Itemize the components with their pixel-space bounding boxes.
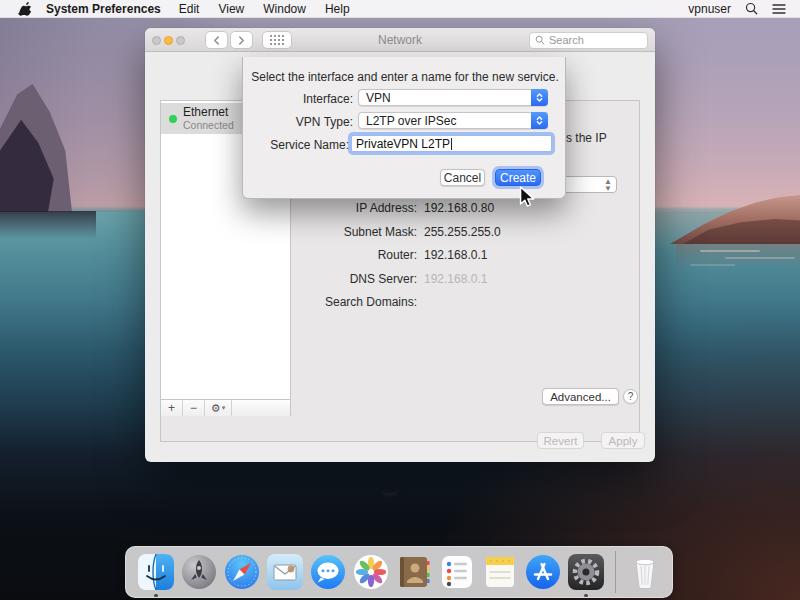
detail-value: 192.168.0.1 (424, 272, 487, 286)
new-service-sheet: Select the interface and enter a name fo… (242, 57, 566, 199)
service-name-value: PrivateVPN L2TP (356, 137, 450, 151)
water-sparkle (700, 250, 760, 252)
detail-label: Router: (291, 248, 417, 262)
detail-label: IP Address: (291, 201, 417, 215)
dock-mail-icon[interactable] (267, 554, 303, 590)
dock-notes-icon[interactable] (482, 554, 518, 590)
spotlight-search-icon[interactable] (745, 2, 759, 16)
vpn-type-popup[interactable]: L2TP over IPSec (358, 112, 548, 129)
window-titlebar[interactable]: Network Search (145, 28, 655, 52)
dock-safari-icon[interactable] (224, 554, 260, 590)
sheet-message: Select the interface and enter a name fo… (251, 70, 559, 84)
dock-reminders-icon[interactable] (439, 554, 475, 590)
search-input[interactable]: Search (529, 32, 648, 49)
popup-stepper-icon (531, 112, 548, 129)
running-indicator-dot (154, 594, 158, 598)
vpn-type-value: L2TP over IPSec (366, 114, 457, 128)
revert-button[interactable]: Revert (537, 432, 584, 449)
service-name: Ethernet (183, 106, 234, 120)
menu-item-window[interactable]: Window (263, 2, 306, 16)
dock-launchpad-icon[interactable] (181, 554, 217, 590)
notification-center-icon[interactable] (772, 2, 786, 16)
service-actions-button[interactable]: ⚙▾ (205, 400, 232, 416)
interface-label: Interface: (250, 92, 353, 106)
detail-row-search-domains: Search Domains: (291, 295, 621, 309)
wallpaper-rock (382, 487, 398, 493)
gear-icon: ⚙ (211, 402, 221, 415)
create-button[interactable]: Create (495, 169, 541, 186)
menu-app-name[interactable]: System Preferences (46, 2, 161, 16)
text-caret (451, 138, 452, 150)
apple-menu-icon[interactable] (18, 2, 32, 16)
menu-bar: System Preferences Edit View Window Help… (0, 0, 800, 18)
chevron-down-icon: ▾ (222, 404, 226, 412)
detail-label: DNS Server: (291, 272, 417, 286)
detail-row-subnet-mask: Subnet Mask: 255.255.255.0 (291, 225, 621, 239)
popup-stepper-icon (531, 89, 548, 106)
remove-service-button[interactable]: − (183, 400, 205, 416)
search-icon (535, 35, 545, 45)
detail-row-dns-server: DNS Server: 192.168.0.1 (291, 272, 621, 286)
cancel-button[interactable]: Cancel (440, 169, 485, 186)
search-placeholder: Search (549, 34, 584, 46)
menu-item-edit[interactable]: Edit (179, 2, 200, 16)
desktop-screen: System Preferences Edit View Window Help… (0, 0, 800, 600)
dock-separator (615, 551, 616, 593)
advanced-button[interactable]: Advanced... (542, 388, 619, 405)
running-indicator-dot (584, 594, 588, 598)
dock-photos-icon[interactable] (353, 554, 389, 590)
menu-item-view[interactable]: View (218, 2, 244, 16)
dock-system-preferences-icon[interactable] (568, 554, 604, 590)
dock (125, 546, 673, 598)
service-name-field[interactable]: PrivateVPN L2TP (351, 135, 552, 152)
mouse-cursor (516, 186, 538, 214)
popup-stepper-icon: ▲▼ (604, 178, 612, 192)
help-button[interactable]: ? (623, 389, 638, 404)
connection-status-dot (169, 115, 177, 123)
detail-row-ip-address: IP Address: 192.168.0.80 (291, 201, 621, 215)
apply-button[interactable]: Apply (601, 432, 645, 449)
sidebar-toolbar: + − ⚙▾ (161, 399, 291, 416)
menu-username[interactable]: vpnuser (688, 2, 731, 16)
interface-popup[interactable]: VPN (358, 89, 548, 106)
detail-label: Search Domains: (291, 295, 417, 309)
detail-row-router: Router: 192.168.0.1 (291, 248, 621, 262)
service-name-label: Service Name: (246, 138, 349, 152)
dock-finder-icon[interactable] (138, 554, 174, 590)
dock-app-store-icon[interactable] (525, 554, 561, 590)
water-sparkle (725, 257, 795, 259)
menu-item-help[interactable]: Help (325, 2, 350, 16)
detail-label: Subnet Mask: (291, 225, 417, 239)
water-sparkle (690, 264, 735, 266)
connection-status-text-fragment: s the IP (566, 131, 607, 145)
dock-messages-icon[interactable] (310, 554, 346, 590)
wallpaper-cliff-reflection (0, 211, 96, 239)
detail-value: 255.255.255.0 (424, 225, 501, 239)
vpn-type-label: VPN Type: (250, 115, 353, 129)
dock-trash-icon[interactable] (627, 554, 663, 590)
interface-value: VPN (366, 91, 391, 105)
detail-value: 192.168.0.1 (424, 248, 487, 262)
dock-contacts-icon[interactable] (396, 554, 432, 590)
add-service-button[interactable]: + (161, 400, 183, 416)
service-status: Connected (183, 119, 234, 131)
detail-value: 192.168.0.80 (424, 201, 494, 215)
